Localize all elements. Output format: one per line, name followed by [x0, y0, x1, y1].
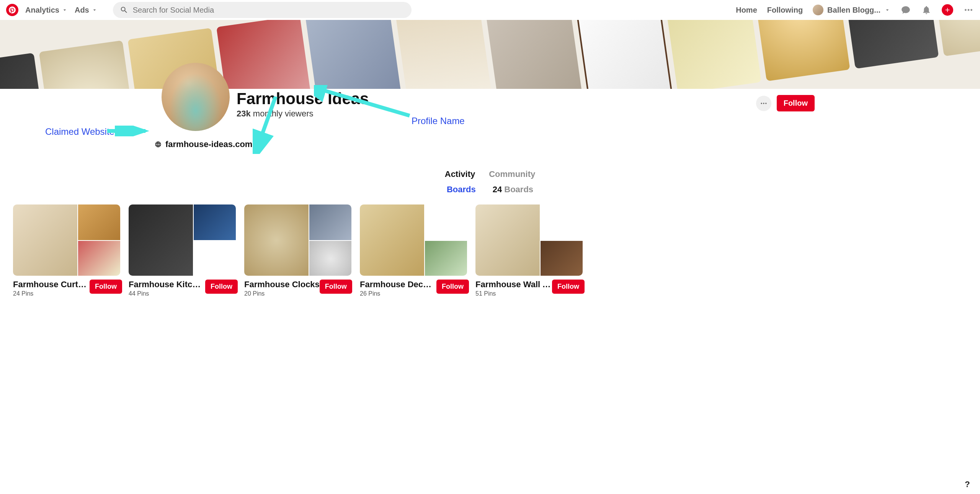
profile-more-button[interactable]: [756, 96, 771, 111]
header: Analytics Ads Home Following Ballen Blog…: [0, 0, 980, 20]
chevron-down-icon: [91, 7, 98, 13]
create-button[interactable]: [942, 4, 953, 16]
board-card[interactable]: Farmhouse Clocks 20 Pins Follow: [244, 204, 351, 297]
board-follow-button[interactable]: Follow: [436, 280, 469, 294]
board-follow-button[interactable]: Follow: [90, 280, 122, 294]
dots-icon: [760, 100, 768, 107]
analytics-dropdown[interactable]: Analytics: [25, 6, 68, 15]
board-title: Farmhouse Decorati...: [360, 280, 436, 290]
board-title: Farmhouse Clocks: [244, 280, 320, 290]
board-card[interactable]: Farmhouse Kitchen ... 44 Pins Follow: [129, 204, 236, 297]
user-menu[interactable]: Ballen Blogg...: [813, 5, 890, 15]
arrow-icon: [253, 97, 283, 154]
more-menu-button[interactable]: [963, 5, 974, 15]
board-card[interactable]: Farmhouse Wall Art ... 51 Pins Follow: [475, 204, 583, 297]
annotation-claimed-website: Claimed Website: [45, 126, 114, 137]
svg-point-5: [765, 103, 766, 104]
dots-icon: [964, 5, 973, 15]
board-cover: [13, 204, 120, 276]
boards-subtabs: Boards 24 Boards: [0, 185, 980, 195]
ads-label: Ads: [75, 6, 89, 15]
messages-button[interactable]: [900, 5, 911, 15]
user-avatar-small: [813, 5, 823, 15]
board-pin-count: 44 Pins: [129, 290, 205, 297]
board-cover: [244, 204, 351, 276]
chevron-down-icon: [884, 7, 890, 13]
viewers-count: 23k: [237, 109, 251, 118]
board-card[interactable]: Farmhouse Decorati... 26 Pins Follow: [360, 204, 467, 297]
nav-following[interactable]: Following: [767, 6, 803, 15]
boards-count: 24 Boards: [493, 185, 533, 195]
tab-activity[interactable]: Activity: [445, 169, 475, 179]
user-name-label: Ballen Blogg...: [827, 6, 880, 15]
board-pin-count: 24 Pins: [13, 290, 90, 297]
board-follow-button[interactable]: Follow: [320, 280, 352, 294]
board-pin-count: 20 Pins: [244, 290, 320, 297]
svg-point-4: [763, 103, 764, 104]
board-cover: [129, 204, 236, 276]
message-icon: [901, 5, 911, 15]
svg-point-3: [761, 103, 762, 104]
boards-grid: Farmhouse Curtains... 24 Pins Follow Far…: [0, 195, 980, 307]
header-right: Home Following Ballen Blogg...: [736, 4, 974, 16]
board-card[interactable]: Farmhouse Curtains... 24 Pins Follow: [13, 204, 120, 297]
website-url: farmhouse-ideas.com: [165, 139, 252, 149]
board-title: Farmhouse Wall Art ...: [475, 280, 552, 290]
tab-boards[interactable]: Boards: [447, 185, 476, 195]
svg-line-8: [256, 97, 276, 150]
profile-avatar[interactable]: [162, 63, 230, 131]
board-title: Farmhouse Kitchen ...: [129, 280, 205, 290]
profile-tabs: Activity Community: [0, 169, 980, 179]
globe-icon: [155, 141, 162, 148]
follow-button[interactable]: Follow: [777, 95, 815, 111]
svg-point-2: [970, 9, 972, 11]
profile-header: Farmhouse Ideas 23k monthly viewers Foll…: [0, 63, 980, 131]
board-cover: [475, 204, 583, 276]
board-cover: [360, 204, 467, 276]
svg-point-0: [965, 9, 967, 11]
board-title: Farmhouse Curtains...: [13, 280, 90, 290]
search-bar[interactable]: [113, 2, 412, 18]
bell-icon: [921, 5, 931, 15]
svg-line-7: [318, 89, 410, 116]
board-pin-count: 26 Pins: [360, 290, 436, 297]
board-follow-button[interactable]: Follow: [205, 280, 238, 294]
profile-actions: Follow: [756, 95, 815, 111]
chevron-down-icon: [62, 7, 68, 13]
board-pin-count: 51 Pins: [475, 290, 552, 297]
plus-icon: [944, 7, 951, 13]
arrow-icon: [314, 85, 413, 119]
board-follow-button[interactable]: Follow: [552, 280, 585, 294]
pinterest-logo[interactable]: [6, 4, 18, 16]
annotation-profile-name: Profile Name: [412, 116, 465, 126]
tab-community[interactable]: Community: [489, 169, 535, 179]
ads-dropdown[interactable]: Ads: [75, 6, 98, 15]
analytics-label: Analytics: [25, 6, 59, 15]
nav-home[interactable]: Home: [736, 6, 757, 15]
search-input[interactable]: [133, 6, 405, 15]
search-icon: [120, 6, 128, 14]
notifications-button[interactable]: [921, 5, 932, 15]
arrow-icon: [107, 126, 153, 136]
svg-point-1: [968, 9, 970, 11]
